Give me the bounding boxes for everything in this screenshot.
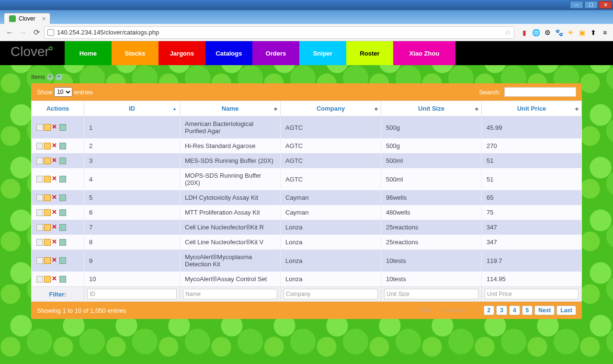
delete-icon[interactable]: ✕: [52, 194, 58, 201]
col-company[interactable]: Company◆: [281, 101, 381, 116]
url-input[interactable]: 140.254.234.145/clover/catalogs.php ☆: [44, 26, 514, 39]
edit-icon[interactable]: [44, 209, 51, 216]
cart-icon[interactable]: [59, 224, 66, 231]
page-last-button[interactable]: Last: [556, 306, 576, 315]
cell-unit-price: 114.95: [482, 272, 582, 287]
filter-unit-price-input[interactable]: [485, 289, 579, 299]
page-1-button[interactable]: 1: [471, 306, 482, 315]
back-button[interactable]: ←: [4, 27, 15, 38]
edit-icon[interactable]: [44, 176, 51, 182]
tab-close-icon[interactable]: ✕: [42, 16, 46, 22]
bookmark-star-icon[interactable]: ☆: [504, 28, 511, 37]
delete-icon[interactable]: ✕: [52, 143, 58, 149]
delete-icon[interactable]: ✕: [52, 176, 58, 182]
weather-icon[interactable]: ☀: [566, 28, 575, 37]
cart-icon[interactable]: [59, 257, 66, 264]
window-minimize-button[interactable]: ─: [570, 1, 583, 9]
nav-sniper[interactable]: Sniper: [299, 41, 346, 65]
filter-company-input[interactable]: [284, 289, 378, 299]
extension-icon[interactable]: ▣: [578, 28, 586, 37]
page-prev-button[interactable]: Previous: [437, 306, 469, 315]
import-icon[interactable]: [56, 74, 62, 80]
page-first-button[interactable]: First: [415, 306, 435, 315]
logo[interactable]: Clover✿: [0, 41, 65, 65]
add-item-icon[interactable]: [47, 74, 54, 80]
page-2-button[interactable]: 2: [484, 306, 495, 315]
page-4-button[interactable]: 4: [509, 306, 520, 315]
extension-icon[interactable]: ⬆: [589, 28, 598, 37]
page-next-button[interactable]: Next: [534, 306, 555, 315]
forward-button[interactable]: →: [17, 27, 29, 38]
nav-user[interactable]: Xiao Zhou: [393, 41, 455, 65]
col-id[interactable]: ID▲: [84, 101, 180, 116]
edit-icon[interactable]: [44, 224, 51, 231]
page-3-button[interactable]: 3: [496, 306, 507, 315]
extension-icon[interactable]: 🐾: [555, 28, 563, 37]
col-name[interactable]: Name◆: [180, 101, 281, 116]
filter-name-input[interactable]: [183, 289, 277, 299]
edit-icon[interactable]: [44, 257, 51, 264]
view-icon[interactable]: [36, 209, 43, 216]
filter-unit-size-input[interactable]: [384, 289, 478, 299]
table-row: ✕ 1 American Bacteriological Purified Ag…: [32, 116, 582, 139]
filter-label: Filter:: [32, 287, 84, 302]
page-5-button[interactable]: 5: [522, 306, 533, 315]
view-icon[interactable]: [36, 194, 43, 201]
delete-icon[interactable]: ✕: [52, 276, 58, 283]
window-close-button[interactable]: ✕: [599, 1, 612, 9]
cart-icon[interactable]: [59, 194, 66, 201]
cart-icon[interactable]: [59, 239, 66, 246]
delete-icon[interactable]: ✕: [52, 224, 58, 231]
view-icon[interactable]: [36, 276, 43, 283]
address-bar: ← → ⟳ 140.254.234.145/clover/catalogs.ph…: [0, 24, 613, 41]
view-icon[interactable]: [36, 257, 43, 264]
nav-jargons[interactable]: Jargons: [159, 41, 205, 65]
extension-icon[interactable]: ▮: [520, 28, 529, 37]
edit-icon[interactable]: [44, 124, 51, 131]
cart-icon[interactable]: [59, 276, 66, 283]
cart-icon[interactable]: [59, 143, 66, 149]
cell-id: 2: [84, 138, 180, 153]
page-length-select[interactable]: 10: [54, 87, 72, 97]
edit-icon[interactable]: [44, 158, 51, 164]
nav-home[interactable]: Home: [65, 41, 112, 65]
delete-icon[interactable]: ✕: [52, 124, 58, 131]
col-unit-price[interactable]: Unit Price◆: [482, 101, 582, 116]
translate-icon[interactable]: 🌐: [532, 28, 540, 37]
catalog-table: Actions ID▲ Name◆ Company◆ Unit Size◆ Un…: [31, 101, 582, 302]
view-icon[interactable]: [36, 176, 43, 182]
cell-company: Lonza: [281, 235, 381, 250]
col-unit-size[interactable]: Unit Size◆: [381, 101, 482, 116]
view-icon[interactable]: [36, 124, 43, 131]
edit-icon[interactable]: [44, 143, 51, 149]
filter-id-input[interactable]: [87, 289, 177, 299]
nav-roster[interactable]: Roster: [346, 41, 393, 65]
view-icon[interactable]: [36, 239, 43, 246]
cell-unit-price: 119.7: [482, 250, 582, 272]
delete-icon[interactable]: ✕: [52, 209, 58, 216]
settings-gear-icon[interactable]: ⚙: [543, 28, 552, 37]
nav-catalogs[interactable]: Catalogs: [205, 41, 252, 65]
table-controls-top: Show 10 entries Search:: [31, 83, 582, 101]
nav-stocks[interactable]: Stocks: [112, 41, 159, 65]
content-area: Items Show 10 entries Search: Actions ID…: [31, 65, 582, 319]
reload-button[interactable]: ⟳: [31, 27, 42, 38]
view-icon[interactable]: [36, 158, 43, 164]
edit-icon[interactable]: [44, 276, 51, 283]
view-icon[interactable]: [36, 143, 43, 149]
window-maximize-button[interactable]: ☐: [584, 1, 598, 9]
delete-icon[interactable]: ✕: [52, 257, 58, 264]
cart-icon[interactable]: [59, 209, 66, 216]
delete-icon[interactable]: ✕: [52, 239, 58, 246]
view-icon[interactable]: [36, 224, 43, 231]
nav-orders[interactable]: Orders: [252, 41, 299, 65]
search-input[interactable]: [504, 87, 576, 97]
browser-tab[interactable]: Clover ✕: [4, 13, 50, 24]
cart-icon[interactable]: [59, 124, 66, 131]
edit-icon[interactable]: [44, 194, 51, 201]
delete-icon[interactable]: ✕: [52, 158, 58, 164]
menu-icon[interactable]: ≡: [601, 28, 609, 37]
edit-icon[interactable]: [44, 239, 51, 246]
cart-icon[interactable]: [59, 176, 66, 182]
cart-icon[interactable]: [59, 158, 66, 164]
